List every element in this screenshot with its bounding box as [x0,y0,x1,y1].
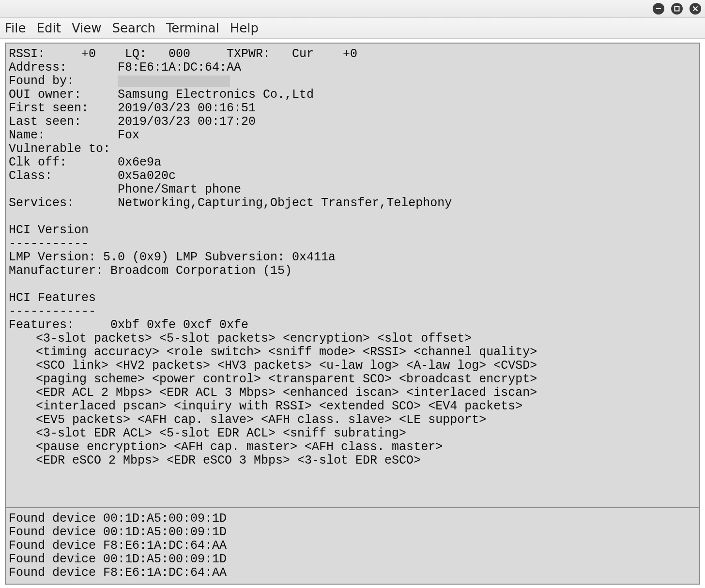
class-value: 0x5a020c [118,169,176,183]
terminal[interactable]: RSSI: +0 LQ: 000 TXPWR: Cur +0 Address: … [5,43,700,585]
rssi-line: RSSI: +0 LQ: 000 TXPWR: Cur +0 [9,47,696,61]
class-label: Class: [9,169,118,183]
lastseen-label: Last seen: [9,115,118,129]
svg-rect-1 [675,7,679,11]
found-prefix: Found device [9,566,103,580]
found-address: F8:E6:1A:DC:64:AA [103,566,227,580]
menu-edit[interactable]: Edit [37,21,61,35]
found-device-line: Found device 00:1D:A5:00:09:1D [9,526,696,539]
name-value: Fox [118,128,139,142]
class-desc-pad [9,182,118,196]
menu-view[interactable]: View [72,21,102,35]
name-row: Name: Fox [9,129,696,142]
hci-version-manuf: Manufacturer: Broadcom Corporation (15) [9,264,696,278]
hci-features-sep: ------------ [9,305,696,318]
found-address: 00:1D:A5:00:09:1D [103,525,227,539]
foundby-value-redacted [118,75,125,88]
hci-features-head-label: Features: [9,318,110,332]
clkoff-label: Clk off: [9,155,118,169]
firstseen-row: First seen: 2019/03/23 00:16:51 [9,102,696,115]
address-row: Address: F8:E6:1A:DC:64:AA [9,61,696,75]
hci-version-lmp: LMP Version: 5.0 (0x9) LMP Subversion: 0… [9,251,696,264]
oui-row: OUI owner: Samsung Electronics Co.,Ltd [9,88,696,102]
found-prefix: Found device [9,539,103,553]
address-value: F8:E6:1A:DC:64:AA [118,60,241,75]
hci-feature-line: <paging scheme> <power control> <transpa… [9,373,696,386]
foundby-row: Found by: [9,75,696,88]
found-address: 00:1D:A5:00:09:1D [103,512,227,526]
found-device-line: Found device F8:E6:1A:DC:64:AA [9,539,696,553]
titlebar [0,0,705,18]
services-row: Services: Networking,Capturing,Object Tr… [9,196,696,210]
class-desc-value: Phone/Smart phone [118,182,241,196]
found-prefix: Found device [9,512,103,526]
hci-features-title: HCI Features [9,291,696,305]
hci-features-head: Features: 0xbf 0xfe 0xcf 0xfe [9,318,696,332]
menubar: File Edit View Search Terminal Help [0,18,705,39]
class-row: Class: 0x5a020c [9,169,696,183]
minimize-icon [656,6,661,12]
hci-feature-line: <interlaced pscan> <inquiry with RSSI> <… [9,400,696,413]
hci-feature-line: <EDR eSCO 2 Mbps> <EDR eSCO 3 Mbps> <3-s… [9,454,696,467]
oui-label: OUI owner: [9,88,118,102]
hci-version-sep: ----------- [9,237,696,251]
close-icon [692,6,698,12]
oui-value: Samsung Electronics Co.,Ltd [118,88,314,102]
terminal-container: RSSI: +0 LQ: 000 TXPWR: Cur +0 Address: … [0,39,705,588]
vulnerable-label: Vulnerable to: [9,142,118,156]
menu-search[interactable]: Search [112,21,155,35]
firstseen-label: First seen: [9,101,118,115]
hci-feature-line: <timing accuracy> <role switch> <sniff m… [9,346,696,359]
vulnerable-row: Vulnerable to: [9,142,696,156]
services-label: Services: [9,196,118,210]
menu-terminal[interactable]: Terminal [166,21,219,35]
found-device-line: Found device F8:E6:1A:DC:64:AA [9,566,696,580]
found-address: 00:1D:A5:00:09:1D [103,552,227,566]
lastseen-row: Last seen: 2019/03/23 00:17:20 [9,115,696,129]
hci-feature-line: <3-slot packets> <5-slot packets> <encry… [9,332,696,346]
lastseen-value: 2019/03/23 00:17:20 [118,115,256,129]
hci-feature-line: <pause encryption> <AFH cap. master> <AF… [9,440,696,454]
terminal-window: File Edit View Search Terminal Help RSSI… [0,0,705,588]
name-label: Name: [9,128,118,142]
maximize-icon [674,6,680,12]
found-device-line: Found device 00:1D:A5:00:09:1D [9,553,696,566]
hci-feature-line: <EDR ACL 2 Mbps> <EDR ACL 3 Mbps> <enhan… [9,386,696,400]
minimize-button[interactable] [653,3,664,15]
hci-feature-line: <SCO link> <HV2 packets> <HV3 packets> <… [9,359,696,373]
terminal-output-bottom: Found device 00:1D:A5:00:09:1D Found dev… [6,508,699,584]
hci-version-title: HCI Version [9,224,696,237]
terminal-output-top: RSSI: +0 LQ: 000 TXPWR: Cur +0 Address: … [6,44,699,471]
hci-feature-line: <3-slot EDR ACL> <5-slot EDR ACL> <sniff… [9,427,696,440]
svg-rect-0 [656,8,661,9]
services-value: Networking,Capturing,Object Transfer,Tel… [118,196,452,210]
firstseen-value: 2019/03/23 00:16:51 [118,101,256,115]
found-device-line: Found device 00:1D:A5:00:09:1D [9,512,696,526]
found-address: F8:E6:1A:DC:64:AA [103,539,227,553]
clkoff-value: 0x6e9a [118,155,161,169]
clkoff-row: Clk off: 0x6e9a [9,156,696,169]
menu-file[interactable]: File [5,21,26,35]
terminal-spacer [6,471,699,507]
hci-features-head-value: 0xbf 0xfe 0xcf 0xfe [110,318,248,332]
address-label: Address: [9,60,118,75]
maximize-button[interactable] [671,3,683,15]
close-button[interactable] [690,3,701,15]
foundby-label: Found by: [9,74,118,88]
menu-help[interactable]: Help [230,21,259,35]
found-prefix: Found device [9,525,103,539]
blank-line [9,278,696,291]
hci-feature-line: <EV5 packets> <AFH cap. slave> <AFH clas… [9,413,696,427]
class-desc-row: Phone/Smart phone [9,183,696,196]
blank-line [9,210,696,224]
found-prefix: Found device [9,552,103,566]
